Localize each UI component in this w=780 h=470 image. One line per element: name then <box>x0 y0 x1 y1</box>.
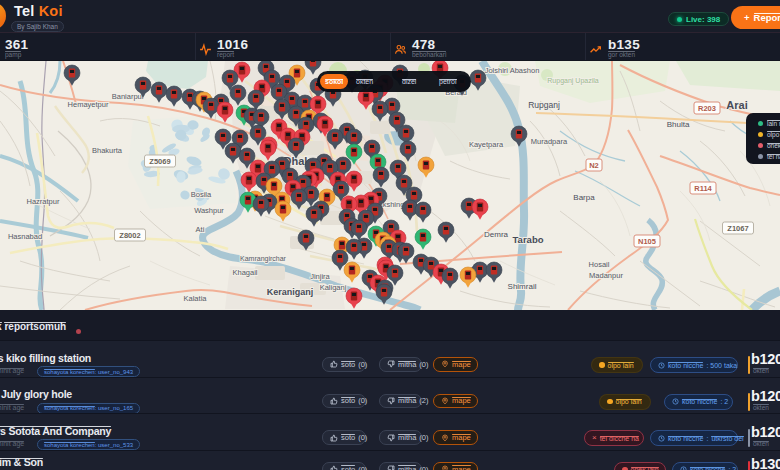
svg-text:Z8002: Z8002 <box>119 231 140 240</box>
svg-text:Hasnabad: Hasnabad <box>8 232 42 241</box>
svg-text:Bhakurta: Bhakurta <box>92 146 123 155</box>
svg-text:Kamrangirchar: Kamrangirchar <box>240 255 287 263</box>
svg-text:Demra: Demra <box>484 230 509 239</box>
svg-text:R203: R203 <box>698 104 716 113</box>
svg-text:Hazratpur: Hazratpur <box>27 197 60 206</box>
svg-text:Ati: Ati <box>196 225 205 234</box>
svg-text:Hemayetpur: Hemayetpur <box>68 100 109 109</box>
svg-text:R114: R114 <box>694 184 712 193</box>
svg-text:Z5069: Z5069 <box>149 157 170 166</box>
svg-text:Shimrail: Shimrail <box>508 282 537 291</box>
svg-text:Kayetpara: Kayetpara <box>469 140 504 149</box>
svg-text:Washpur: Washpur <box>194 206 224 215</box>
svg-text:Baniarpur: Baniarpur <box>112 92 145 101</box>
svg-text:Khagail: Khagail <box>232 268 257 277</box>
svg-text:Tarabo: Tarabo <box>513 234 544 245</box>
svg-text:Arai: Arai <box>726 99 747 111</box>
svg-text:Barpa: Barpa <box>573 193 595 202</box>
svg-text:Muradpara: Muradpara <box>531 137 568 146</box>
svg-text:Jolshiri Abashon: Jolshiri Abashon <box>485 66 540 75</box>
svg-text:Bosila: Bosila <box>191 190 212 199</box>
svg-text:Z1067: Z1067 <box>727 224 748 233</box>
svg-text:Rupganj: Rupganj <box>528 100 560 110</box>
svg-text:Kalatia: Kalatia <box>184 294 208 303</box>
svg-text:Keraniganj: Keraniganj <box>267 287 314 297</box>
svg-text:Jinjira: Jinjira <box>310 272 330 281</box>
svg-text:Hosail: Hosail <box>589 260 610 269</box>
svg-text:N105: N105 <box>638 237 656 246</box>
svg-text:Rupganj Upazila: Rupganj Upazila <box>547 77 598 85</box>
svg-text:Kaliganj: Kaliganj <box>320 283 347 292</box>
svg-text:Bhulta: Bhulta <box>667 120 690 129</box>
svg-text:Madanpur: Madanpur <box>589 271 623 280</box>
svg-text:N2: N2 <box>589 161 599 170</box>
